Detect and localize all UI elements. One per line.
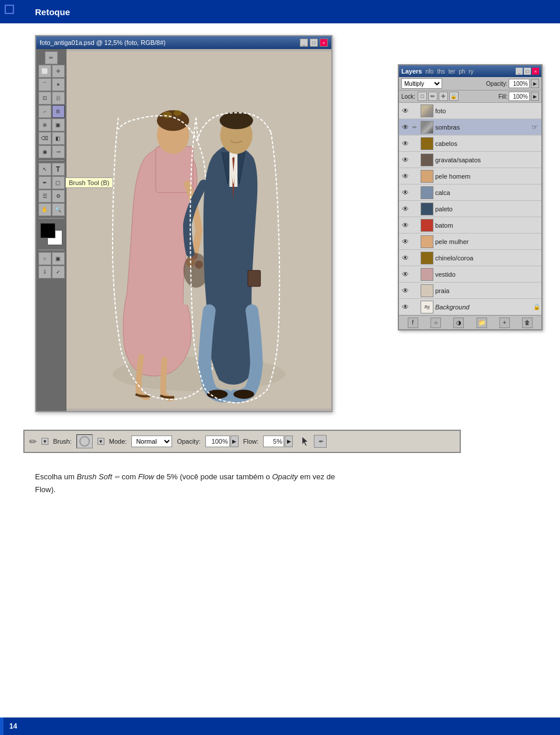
- lock-all[interactable]: 🔒: [449, 92, 459, 101]
- layer-eye-icon[interactable]: 👁: [400, 204, 411, 214]
- ps-canvas[interactable]: [66, 49, 331, 411]
- tool-eraser[interactable]: ⌫: [38, 132, 51, 145]
- lock-position[interactable]: ✛: [439, 92, 448, 101]
- options-brush-icon: ✏: [29, 436, 37, 447]
- options-flow-value[interactable]: 5%: [263, 436, 284, 447]
- layer-eye-icon[interactable]: 👁: [400, 236, 411, 247]
- tool-history[interactable]: ▣: [52, 119, 65, 131]
- layer-eye-icon[interactable]: 👁: [400, 285, 411, 296]
- layer-eye-icon[interactable]: 👁: [400, 187, 411, 198]
- options-mode-label: Mode:: [109, 438, 127, 445]
- tool-brush[interactable]: B: [52, 105, 65, 118]
- tool-mode-fullscreen[interactable]: ▣: [52, 252, 65, 265]
- layer-row[interactable]: 👁calca: [399, 184, 541, 201]
- tool-path[interactable]: ↖: [38, 163, 51, 176]
- layers-mode-dropdown[interactable]: Multiply Normal Screen: [401, 78, 442, 89]
- tool-dropper[interactable]: ⚙: [52, 190, 65, 203]
- layers-maximize-button[interactable]: □: [524, 68, 531, 75]
- layer-row[interactable]: 👁✏sombras☞: [399, 119, 541, 135]
- layer-thumbnail: [421, 186, 433, 199]
- layer-row[interactable]: 👁chinelo/coroa: [399, 250, 541, 266]
- layers-fx-button[interactable]: f: [408, 318, 418, 328]
- ps-minimize-button[interactable]: _: [300, 39, 308, 47]
- layer-row[interactable]: 👁praia: [399, 283, 541, 299]
- layers-fill-value[interactable]: 100%: [509, 92, 530, 101]
- layer-row[interactable]: 👁cabelos: [399, 135, 541, 152]
- layers-tab-ph[interactable]: ph: [459, 68, 465, 75]
- lock-transparent[interactable]: □: [418, 92, 427, 101]
- tool-zoom[interactable]: 🔍: [52, 203, 65, 216]
- layers-minimize-button[interactable]: _: [516, 68, 523, 75]
- tool-marquee-rect[interactable]: ⬜: [38, 65, 51, 78]
- layers-folder-button[interactable]: 📁: [477, 318, 487, 328]
- options-tool-arrow[interactable]: ▼: [41, 438, 48, 445]
- tool-gradient[interactable]: ◧: [52, 132, 65, 145]
- lock-pixels[interactable]: ✏: [428, 92, 438, 101]
- layers-tab-nfo[interactable]: nfo: [425, 68, 433, 75]
- tool-shape[interactable]: ▢: [52, 176, 65, 189]
- layers-opacity-arrow[interactable]: ▶: [531, 79, 539, 88]
- layer-eye-icon[interactable]: 👁: [400, 269, 411, 280]
- layer-eye-icon[interactable]: 👁: [400, 171, 411, 182]
- layers-new-button[interactable]: +: [499, 318, 510, 328]
- layer-row[interactable]: 👁BgBackground🔒: [399, 299, 541, 315]
- layer-eye-icon[interactable]: 👁: [400, 220, 411, 231]
- options-airbrush-button[interactable]: ✒: [314, 435, 327, 448]
- layers-opacity-value[interactable]: 100%: [509, 79, 530, 88]
- layers-lock-row: Lock: □ ✏ ✛ 🔒 Fill: 100% ▶: [399, 90, 541, 103]
- layer-eye-icon[interactable]: 👁: [400, 138, 411, 149]
- tool-mode-normal[interactable]: ○: [38, 252, 51, 265]
- options-opacity-value[interactable]: 100%: [205, 436, 230, 447]
- layers-tab-ths[interactable]: ths: [437, 68, 444, 75]
- tool-notes[interactable]: ☰: [38, 190, 51, 203]
- options-mode-select[interactable]: Normal Multiply: [131, 436, 172, 447]
- foreground-color[interactable]: [40, 223, 55, 238]
- options-flow-advance[interactable]: ▶: [285, 436, 293, 447]
- layers-mask-button[interactable]: ○: [430, 318, 441, 328]
- tool-imageready[interactable]: ✓: [52, 266, 65, 278]
- tool-clone[interactable]: ⊕: [38, 119, 51, 131]
- layer-eye-icon[interactable]: 👁: [400, 253, 411, 263]
- layers-fill-arrow[interactable]: ▶: [531, 92, 539, 101]
- layers-delete-button[interactable]: 🗑: [522, 318, 533, 328]
- ps-close-button[interactable]: ×: [320, 39, 328, 47]
- options-brush-label: Brush:: [53, 438, 72, 445]
- layer-row[interactable]: 👁gravata/sapatos: [399, 152, 541, 168]
- tool-blur[interactable]: ◉: [38, 145, 51, 158]
- tool-dodge[interactable]: ⊸: [52, 145, 65, 158]
- ps-maximize-button[interactable]: □: [310, 39, 318, 47]
- layer-eye-icon[interactable]: 👁: [400, 302, 411, 312]
- tool-pen[interactable]: ✒: [38, 176, 51, 189]
- options-opacity-advance[interactable]: ▶: [230, 436, 239, 447]
- layer-row[interactable]: 👁pele mulher: [399, 234, 541, 250]
- tool-crop[interactable]: ⊡: [38, 92, 51, 104]
- tool-hand[interactable]: ✋: [38, 203, 51, 216]
- layers-tab-ry[interactable]: ry: [469, 68, 474, 75]
- layer-row[interactable]: 👁pele homem: [399, 168, 541, 184]
- layer-row[interactable]: 👁vestido: [399, 266, 541, 283]
- layer-eye-icon[interactable]: 👁: [400, 155, 411, 165]
- layers-adjustment-button[interactable]: ◑: [453, 318, 464, 328]
- tool-type[interactable]: T: [52, 163, 65, 176]
- layers-tab-ter[interactable]: ter: [449, 68, 456, 75]
- tool-heal[interactable]: ⌿: [38, 105, 51, 118]
- tool-jump[interactable]: ⇩: [38, 266, 51, 278]
- layer-eye-icon[interactable]: 👁: [400, 122, 411, 133]
- tool-slice[interactable]: ⌸: [52, 92, 65, 104]
- text-post: de 5% (você pode usar também o: [154, 472, 272, 481]
- tool-pointer[interactable]: ✏: [45, 51, 58, 64]
- tool-move[interactable]: ✛: [52, 65, 65, 78]
- layer-row[interactable]: 👁batom: [399, 217, 541, 234]
- layer-eye-icon[interactable]: 👁: [400, 106, 411, 116]
- tool-lasso[interactable]: ⌒: [38, 78, 51, 91]
- layers-close-button[interactable]: ×: [532, 68, 539, 75]
- layers-panel-title: Layers: [401, 68, 422, 75]
- text-end: em vez de: [298, 472, 335, 481]
- tool-magic[interactable]: ✶: [52, 78, 65, 91]
- tool-row-8: ◉ ⊸: [38, 145, 65, 158]
- options-brush-arrow[interactable]: ▼: [97, 438, 104, 445]
- text-opacity: Opacity: [272, 472, 298, 481]
- layers-list[interactable]: 👁foto👁✏sombras☞👁cabelos👁gravata/sapatos👁…: [399, 103, 541, 315]
- layer-row[interactable]: 👁paleto: [399, 201, 541, 217]
- layer-row[interactable]: 👁foto: [399, 103, 541, 119]
